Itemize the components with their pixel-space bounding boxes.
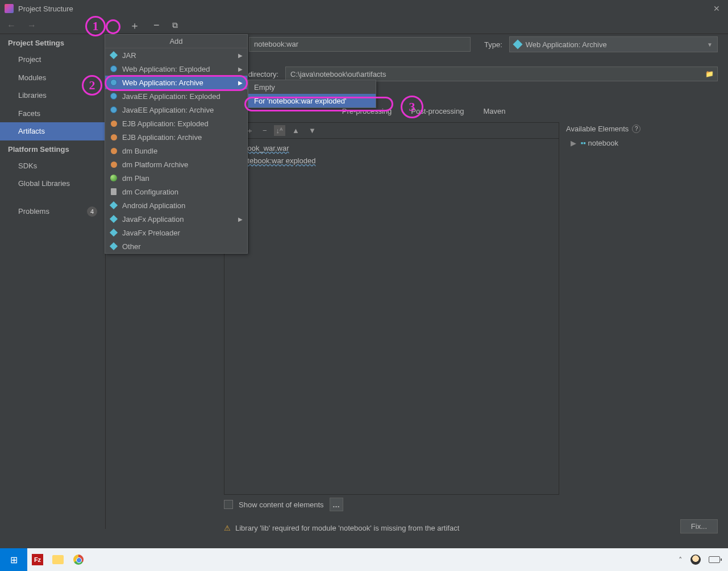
bottom-bar: Show content of elements … [224,495,718,514]
annotation-3: 3 [401,96,423,118]
show-content-checkbox[interactable] [224,500,233,509]
layout-up-icon[interactable]: ▲ [290,126,302,135]
menu-item-label: Other [122,242,141,251]
remove-icon[interactable]: − [150,19,163,31]
available-elements-panel: Available Elements ? ▶ ▪▪ notebook [566,122,718,495]
layout-tree[interactable]: notebook_war.war notebook:war exploded [224,139,559,171]
menu-item-android-application[interactable]: Android Application [105,198,247,212]
menu-item-dm-plan[interactable]: dm Plan [105,171,247,185]
dia-icon [110,51,118,59]
warning-line: ⚠ Library 'lib' required for module 'not… [224,524,671,532]
sidebar-item-facets[interactable]: Facets [0,105,105,123]
add-menu-title: Add [105,35,247,48]
menu-item-label: dm Plan [122,174,149,183]
tree-root[interactable]: notebook_war.war [229,142,554,155]
menu-item-javaee-application-archive[interactable]: JavaEE Application: Archive [105,103,247,117]
menu-item-label: EJB Application: Exploded [122,119,209,128]
menu-item-label: JAR [122,51,136,60]
sidebar-item-problems[interactable]: Problems 4 [0,201,105,220]
file-icon [110,188,118,196]
menu-item-dm-bundle[interactable]: dm Bundle [105,144,247,158]
bean-icon [110,147,118,155]
sidebar-item-project[interactable]: Project [0,51,105,69]
menu-item-ejb-application-exploded[interactable]: EJB Application: Exploded [105,117,247,130]
menu-item-jar[interactable]: JAR▶ [105,48,247,62]
menu-item-other[interactable]: Other [105,239,247,253]
artifact-type-select[interactable]: Web Application: Archive ▼ [509,36,718,52]
annotation-2: 2 [82,75,102,96]
tray-battery-icon[interactable] [709,556,720,563]
artifact-name-input[interactable]: notebook:war [249,37,471,52]
taskbar-explorer[interactable] [48,548,68,571]
layout-down-icon[interactable]: ▼ [306,126,318,135]
sidebar-heading-platform: Platform Settings [0,140,105,157]
dia-icon [110,201,118,209]
menu-item-ejb-application-archive[interactable]: EJB Application: Archive [105,130,247,144]
menu-item-label: JavaFx Application [122,215,184,224]
start-button[interactable]: ⊞ [0,548,27,571]
dia-icon [110,215,118,223]
forward-icon[interactable]: → [25,20,39,31]
chevron-down-icon: ▼ [707,42,713,48]
submenu-arrow-icon: ▶ [238,216,243,222]
menu-item-label: Android Application [122,201,185,210]
warning-icon: ⚠ [224,524,231,532]
menu-item-label: Web Application: Exploded [122,65,210,73]
submenu-arrow-icon: ▶ [238,66,243,72]
outputdir-value: C:\java\notebook\out\artifacts [290,70,386,78]
dia-icon [110,242,118,250]
expand-icon[interactable]: ▶ [571,139,579,147]
bean-icon [110,133,118,141]
available-heading: Available Elements ? [566,122,718,135]
help-icon[interactable]: ? [632,125,640,133]
system-tray: ˄ [679,555,728,565]
tree-child[interactable]: notebook:war exploded [229,155,554,167]
menu-item-dm-configuration[interactable]: dm Configuration [105,185,247,198]
sidebar-item-global-libraries[interactable]: Global Libraries [0,175,105,193]
add-icon[interactable]: ＋ [126,19,143,32]
close-icon[interactable]: ✕ [710,4,723,13]
tray-chevron-icon[interactable]: ˄ [679,556,683,564]
show-content-label: Show content of elements [239,500,324,509]
menu-item-javafx-preloader[interactable]: JavaFx Preloader [105,226,247,239]
problems-label: Problems [18,207,49,216]
menu-item-label: dm Bundle [122,147,157,155]
bean-icon [110,119,118,127]
available-root: notebook [588,139,618,147]
menu-item-label: dm Configuration [122,188,178,196]
globe-icon [110,65,118,73]
menu-item-dm-platform-archive[interactable]: dm Platform Archive [105,158,247,171]
submenu-item-empty[interactable]: Empty [248,80,376,94]
dia-icon [110,229,118,237]
copy-icon[interactable]: ⧉ [170,20,180,30]
menu-item-label: JavaFx Preloader [122,229,180,237]
title-bar: Project Structure ✕ [0,0,728,17]
tray-qq-icon[interactable] [690,555,701,565]
sidebar-item-artifacts[interactable]: Artifacts [0,122,105,140]
layout-sort-icon[interactable]: ↓ᴬ [274,125,286,136]
fix-button[interactable]: Fix... [680,519,718,533]
menu-item-javaee-application-exploded[interactable]: JavaEE Application: Exploded [105,89,247,103]
taskbar-filezilla[interactable]: Fz [27,548,48,571]
warning-text: Library 'lib' required for module 'noteb… [235,524,459,532]
back-icon[interactable]: ← [5,20,18,31]
sidebar-heading-project: Project Settings [0,34,105,51]
annotation-ring-3 [244,97,393,111]
menu-item-label: JavaEE Application: Archive [122,106,214,114]
folder-icon[interactable]: 📁 [705,70,714,78]
tab-maven[interactable]: Maven [482,105,506,122]
annotation-ring-1 [106,19,120,34]
submenu-arrow-icon: ▶ [238,52,243,59]
menu-item-web-application-exploded[interactable]: Web Application: Exploded▶ [105,62,247,76]
menu-item-label: dm Platform Archive [122,160,188,169]
taskbar-browser[interactable] [68,548,89,571]
menu-item-javafx-application[interactable]: JavaFx Application▶ [105,212,247,226]
sidebar-item-sdks[interactable]: SDKs [0,157,105,175]
module-icon: ▪▪ [581,139,586,147]
intellij-icon [5,4,14,13]
taskbar: ⊞ Fz ˄ [0,548,728,571]
layout-remove-icon[interactable]: − [260,126,269,135]
more-options-button[interactable]: … [330,498,343,511]
output-layout-panel: ▦ ＋ − ↓ᴬ ▲ ▼ notebook_war.war notebook:w… [224,122,559,495]
available-tree[interactable]: ▶ ▪▪ notebook [566,135,718,147]
